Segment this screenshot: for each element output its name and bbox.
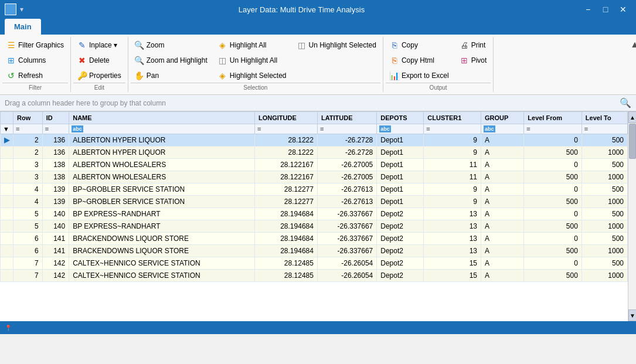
maximize-button[interactable]: □ [597, 1, 614, 18]
filter-icon: ☰ [6, 40, 16, 50]
inplace-button[interactable]: ✎ Inplace ▾ [73, 38, 125, 52]
zoom-highlight-icon: 🔍 [135, 56, 144, 65]
zoom-highlight-button[interactable]: 🔍 Zoom and Highlight [131, 53, 212, 67]
cell-row: 7 [13, 257, 43, 270]
cell-cluster1: 13 [424, 220, 481, 233]
cell-name: ALBERTON WHOLESALERS [69, 159, 255, 171]
cell-row: 5 [13, 208, 43, 220]
pan-button[interactable]: ✋ Pan [131, 69, 212, 83]
filter-graphics-button[interactable]: ☰ Filter Graphics [2, 38, 68, 52]
export-excel-icon: 📊 [390, 71, 399, 80]
columns-button[interactable]: ⊞ Columns [2, 53, 68, 67]
cell-levelfrom: 500 [524, 270, 582, 282]
cell-levelto: 500 [581, 159, 627, 171]
search-icon[interactable]: 🔍 [620, 97, 631, 108]
unhighlight-all-button[interactable]: ◫ Un Highlight All [214, 53, 291, 67]
copy-button[interactable]: ⎘ Copy [386, 38, 453, 52]
cell-latitude: -26.337667 [317, 220, 376, 233]
row-marker [1, 147, 13, 159]
cell-depots: Depot2 [377, 220, 424, 233]
cell-levelto: 1000 [581, 220, 627, 233]
cell-longitude: 28.1222 [255, 147, 318, 159]
table-wrapper: Row ID NAME LONGITUDE LATITUDE DEPOTS CL… [0, 111, 636, 321]
ribbon-content: ☰ Filter Graphics ⊞ Columns ↺ Refresh Fi… [0, 35, 636, 95]
col-header-row: Row [13, 112, 43, 124]
row-marker [1, 208, 13, 220]
cell-row: 3 [13, 171, 43, 183]
table-body: ▶2136ALBERTON HYPER LIQUOR28.1222-26.272… [1, 134, 628, 282]
col-header-depots: DEPOTS [377, 112, 424, 124]
cell-row: 6 [13, 233, 43, 245]
cell-levelto: 1000 [581, 147, 627, 159]
highlight-all-button[interactable]: ◈ Highlight All [214, 38, 291, 52]
scrollbar-thumb[interactable] [629, 124, 636, 159]
cell-row: 7 [13, 270, 43, 282]
cell-depots: Depot1 [377, 134, 424, 147]
cell-longitude: 28.194684 [255, 208, 318, 220]
cell-id: 139 [42, 183, 69, 196]
cell-latitude: -26.27005 [317, 159, 376, 171]
col-header-levelto: Level To [581, 112, 627, 124]
unhighlight-selected-icon: ◫ [297, 40, 307, 50]
table-row: 3138ALBERTON WHOLESALERS28.122167-26.270… [1, 159, 628, 171]
columns-icon: ⊞ [6, 56, 16, 65]
cell-row: 4 [13, 196, 43, 208]
cell-name: ALBERTON HYPER LIQUOR [69, 147, 255, 159]
delete-button[interactable]: ✖ Delete [73, 53, 125, 67]
refresh-button[interactable]: ↺ Refresh [2, 69, 68, 83]
cell-longitude: 28.122167 [255, 171, 318, 183]
cell-name: BP~GROBLER SERVICE STATION [69, 183, 255, 196]
cell-name: CALTEX~HENNICO SERVICE STATION [69, 270, 255, 282]
data-table: Row ID NAME LONGITUDE LATITUDE DEPOTS CL… [0, 111, 628, 282]
cell-id: 140 [42, 220, 69, 233]
pivot-button[interactable]: ⊞ Pivot [455, 53, 491, 67]
cell-cluster1: 9 [424, 147, 481, 159]
table-container[interactable]: Row ID NAME LONGITUDE LATITUDE DEPOTS CL… [0, 111, 636, 321]
table-row: 3138ALBERTON WHOLESALERS28.122167-26.270… [1, 171, 628, 183]
close-button[interactable]: ✕ [615, 1, 631, 18]
scrollbar-up-arrow[interactable]: ▲ [628, 111, 636, 123]
selection-group: 🔍 Zoom 🔍 Zoom and Highlight ✋ Pan [128, 37, 383, 92]
cell-id: 141 [42, 233, 69, 245]
refresh-icon: ↺ [6, 71, 16, 80]
tab-main[interactable]: Main [5, 19, 41, 35]
ribbon-collapse-button[interactable]: ▲ [627, 37, 636, 92]
cell-group: A [481, 159, 523, 171]
zoom-button[interactable]: 🔍 Zoom [131, 38, 212, 52]
cell-group: A [481, 245, 523, 257]
filter-group: ☰ Filter Graphics ⊞ Columns ↺ Refresh Fi… [0, 37, 71, 92]
row-marker [1, 196, 13, 208]
unhighlight-selected-button[interactable]: ◫ Un Highlight Selected [293, 38, 380, 52]
cell-id: 138 [42, 159, 69, 171]
cell-depots: Depot2 [377, 245, 424, 257]
table-row: 6141BRACKENDOWNS LIQUOR STORE28.194684-2… [1, 233, 628, 245]
cell-group: A [481, 270, 523, 282]
cell-depots: Depot2 [377, 257, 424, 270]
window-title: Layer Data: Multi Drive Time Analysis [23, 5, 580, 14]
cell-cluster1: 13 [424, 233, 481, 245]
cell-cluster1: 9 [424, 196, 481, 208]
highlight-selected-button[interactable]: ◈ Highlight Selected [214, 69, 291, 83]
cell-longitude: 28.12277 [255, 196, 318, 208]
cell-name: BP~GROBLER SERVICE STATION [69, 196, 255, 208]
cell-row: 5 [13, 220, 43, 233]
export-excel-button[interactable]: 📊 Export to Excel [386, 69, 453, 83]
cell-name: BP EXPRESS~RANDHART [69, 208, 255, 220]
cell-latitude: -26.26054 [317, 257, 376, 270]
print-button[interactable]: 🖨 Print [455, 38, 491, 52]
cell-depots: Depot1 [377, 183, 424, 196]
cell-name: ALBERTON HYPER LIQUOR [69, 134, 255, 147]
cell-id: 136 [42, 134, 69, 147]
cell-longitude: 28.12277 [255, 183, 318, 196]
cell-row: 2 [13, 134, 43, 147]
title-bar-left: ▾ [5, 4, 23, 15]
row-marker [1, 257, 13, 270]
properties-button[interactable]: 🔑 Properties [73, 69, 125, 83]
minimize-button[interactable]: − [580, 1, 596, 18]
vertical-scrollbar[interactable]: ▲ ▼ [628, 111, 636, 321]
col-header-arrow [1, 112, 13, 124]
row-marker [1, 245, 13, 257]
col-header-name: NAME [69, 112, 255, 124]
scrollbar-down-arrow[interactable]: ▼ [628, 309, 636, 321]
copy-html-button[interactable]: ⎘ Copy Html [386, 53, 453, 67]
